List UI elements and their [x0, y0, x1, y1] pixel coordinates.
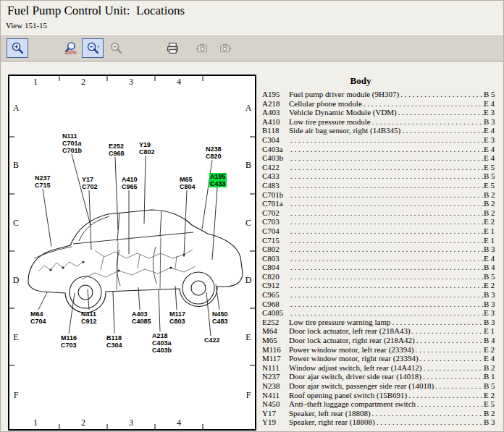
legend-grid-ref: B 2: [484, 409, 503, 418]
printer-icon: [166, 41, 180, 55]
legend-row: N237Door ajar switch, driver side rear (…: [262, 372, 503, 381]
callout-label: M116C703: [60, 334, 77, 349]
legend-dot-leader: . . . . . . . . . . . . . . . . . . . . …: [415, 336, 484, 345]
legend-row: C802. . . . . . . . . . . . . . . . . . …: [262, 245, 503, 254]
legend-row: C965. . . . . . . . . . . . . . . . . . …: [262, 290, 503, 300]
legend-row: N238Door ajar switch, passenger side rea…: [262, 381, 503, 391]
callout-label: A218C403aC403b: [151, 332, 172, 354]
toolbar-button-zoom-fit[interactable]: [82, 38, 104, 58]
legend-dot-leader: . . . . . . . . . . . . . . . . . . . . …: [413, 345, 484, 355]
callout-label: C422: [203, 336, 221, 344]
legend-grid-ref: B 3: [484, 418, 503, 427]
legend-code: E252: [262, 318, 289, 327]
legend-code: C304: [262, 135, 289, 145]
legend-dot-leader: . . . . . . . . . . . . . . . . . . . . …: [289, 300, 484, 309]
legend-grid-ref: B 5: [484, 272, 503, 281]
legend-grid-ref: E 1: [484, 236, 503, 245]
legend-grid-ref: E 4: [484, 126, 503, 135]
grid-label: 2: [59, 77, 107, 88]
legend-code: C4085: [262, 308, 289, 318]
callout-label: Y19C802: [138, 141, 156, 156]
legend-row: N450Anti–theft luggage compartment switc…: [262, 399, 503, 409]
legend-code: B118: [262, 126, 289, 135]
legend-grid-ref: B 2: [484, 208, 503, 218]
grid-label: B: [243, 137, 253, 194]
legend-code: M65: [262, 336, 289, 345]
body-panel: Body A195Fuel pump driver module (9H307)…: [262, 75, 503, 427]
legend-grid-ref: B 3: [484, 318, 503, 327]
legend-dot-leader: . . . . . . . . . . . . . . . . . . . . …: [289, 281, 484, 290]
legend-description: Low tire pressure module: [289, 117, 371, 127]
legend-dot-leader: . . . . . . . . . . . . . . . . . . . . …: [371, 409, 484, 418]
legend-grid-ref: B 5: [484, 171, 503, 181]
legend-description: Door ajar switch, passenger side rear (1…: [289, 381, 434, 391]
legend-row: C804. . . . . . . . . . . . . . . . . . …: [262, 263, 503, 272]
grid-label: A: [11, 80, 21, 137]
legend-description: Door ajar switch, driver side rear (1401…: [289, 372, 421, 381]
grid-label: E: [243, 309, 253, 366]
legend-code: C702: [262, 208, 289, 218]
magnifier-plus-icon: [11, 41, 25, 55]
legend-row: N111Window adjust switch, left rear (14A…: [262, 363, 503, 373]
legend-description: Low tire pressure warning lamp: [289, 318, 391, 327]
toolbar-button-view-next[interactable]: [214, 38, 236, 58]
legend-dot-leader: . . . . . . . . . . . . . . . . . . . . …: [289, 236, 484, 245]
grid-label: D: [243, 252, 253, 309]
legend-description: Roof opening panel switch (15B691): [289, 391, 407, 400]
grid-label: 4: [155, 418, 203, 428]
legend-code: C403a: [262, 145, 289, 154]
legend-row: C422. . . . . . . . . . . . . . . . . . …: [262, 163, 503, 172]
legend-grid-ref: E 2: [484, 217, 503, 226]
callout-label: N450C483: [211, 310, 229, 325]
legend-grid-ref: B 1: [484, 372, 503, 381]
grid-label: A: [243, 80, 253, 137]
legend-code: Y17: [262, 409, 289, 418]
legend-code: C803: [262, 254, 289, 263]
legend-code: N237: [262, 372, 289, 381]
legend-dot-leader: . . . . . . . . . . . . . . . . . . . . …: [391, 318, 484, 327]
legend-grid-ref: E 3: [484, 108, 503, 117]
diagram-box[interactable]: N111C701aC701bE252C968Y19C802N238C820N23…: [8, 75, 256, 431]
legend-code: Y19: [262, 418, 289, 427]
legend-description: Side air bag sensor, right (14B345): [289, 126, 400, 135]
legend-row: M116Power window motor, left rear (23394…: [262, 345, 503, 355]
grid-label: C: [11, 195, 21, 252]
legend-grid-ref: E 4: [484, 354, 503, 363]
grid-columns-bottom: 1234: [12, 418, 203, 428]
legend-grid-ref: E 5: [484, 163, 503, 172]
legend-grid-ref: B 3: [484, 290, 503, 300]
legend-code: N111: [262, 363, 289, 373]
legend-grid-ref: B 2: [484, 190, 503, 200]
callout-label: N237C715: [34, 174, 51, 189]
toolbar-button-zoom-100[interactable]: 100%: [59, 38, 80, 58]
legend-grid-ref: B 5: [484, 381, 503, 391]
legend-row: Y17Speaker, left rear (18808). . . . . .…: [262, 409, 503, 418]
legend-code: C403b: [262, 153, 289, 163]
legend-code: C483: [262, 181, 289, 190]
toolbar-button-view-previous[interactable]: [190, 38, 212, 58]
callout-layer: N111C701aC701bE252C968Y19C802N238C820N23…: [9, 76, 255, 429]
toolbar-button-print[interactable]: [161, 38, 183, 58]
legend-dot-leader: . . . . . . . . . . . . . . . . . . . . …: [416, 399, 484, 409]
legend-dot-leader: . . . . . . . . . . . . . . . . . . . . …: [289, 245, 484, 254]
legend-code: C804: [262, 263, 289, 272]
toolbar-button-zoom-in[interactable]: [7, 38, 28, 58]
legend-code: A218: [262, 99, 289, 109]
legend-row: M64Door lock actuator, left rear (218A43…: [262, 326, 503, 336]
legend-dot-leader: . . . . . . . . . . . . . . . . . . . . …: [289, 135, 484, 145]
legend-dot-leader: . . . . . . . . . . . . . . . . . . . . …: [411, 326, 484, 336]
legend-dot-leader: . . . . . . . . . . . . . . . . . . . . …: [289, 153, 484, 163]
legend-code: M64: [262, 326, 289, 336]
legend-dot-leader: . . . . . . . . . . . . . . . . . . . . …: [289, 254, 484, 263]
legend-code: A195: [262, 90, 289, 99]
callout-label: E252C968: [108, 143, 125, 157]
toolbar-button-zoom-out[interactable]: [105, 38, 127, 58]
legend-row: N411Roof opening panel switch (15B691). …: [262, 391, 503, 400]
legend-description: Door lock actuator, right rear (218A42): [289, 336, 415, 345]
legend-code: C703: [262, 217, 289, 226]
legend-description: Fuel pump driver module (9H307): [289, 90, 399, 99]
legend-description: Window adjust switch, left rear (14A412): [289, 363, 421, 373]
camera-previous-icon: [195, 41, 209, 55]
legend-dot-leader: . . . . . . . . . . . . . . . . . . . . …: [289, 199, 484, 208]
callout-label: B118C304: [106, 334, 123, 349]
